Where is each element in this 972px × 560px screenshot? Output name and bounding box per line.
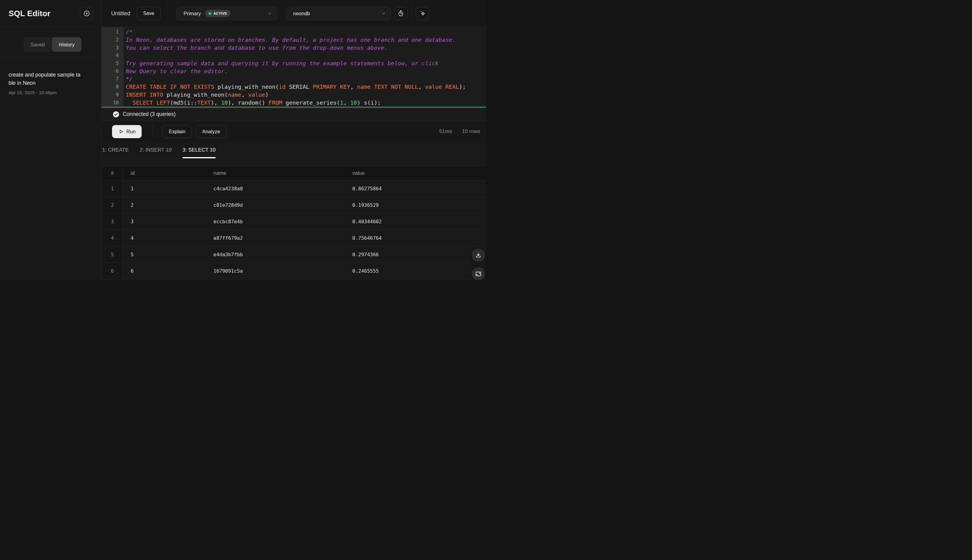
history-item-date: Apr 16, 2025 - 10:46pm (8, 90, 93, 95)
code-text: INSERT INTO playing_with_neon(name, valu… (124, 92, 269, 98)
expand-results-button[interactable] (472, 267, 485, 280)
tab-saved[interactable]: Saved (23, 37, 52, 52)
table-cell-value: 0.2465555 (345, 263, 486, 279)
download-results-button[interactable] (472, 248, 485, 262)
history-item-title: create and populate sample ta ble in Neo… (8, 71, 93, 87)
run-button[interactable]: Run (112, 125, 142, 138)
table-cell-index: 5 (102, 247, 123, 263)
table-cell-name: a87ff679a2 (206, 230, 345, 246)
code-text: Try generating sample data and querying … (124, 60, 439, 67)
query-duration: 51ms (439, 128, 452, 135)
line-number: 1 (102, 29, 124, 35)
stopwatch-icon (397, 10, 405, 17)
code-line-9: 9INSERT INTO playing_with_neon(name, val… (102, 91, 486, 99)
table-cell-index: 2 (102, 197, 123, 213)
new-query-button[interactable] (80, 7, 94, 20)
save-button[interactable]: Save (137, 7, 161, 20)
code-line-7: 7*/ (102, 75, 486, 83)
table-cell-name: eccbc87e4b (206, 213, 345, 230)
sidebar-tabs: Saved History (0, 27, 101, 58)
table-cell-id: 3 (123, 213, 206, 230)
code-text: */ (124, 76, 132, 82)
topbar-divider (412, 3, 412, 23)
table-body: 11c4ca4238a00.8627586422c81e728d9d0.1936… (102, 180, 486, 279)
connection-status-text: Connected (3 queries) (123, 111, 176, 117)
result-tabs: 1: CREATE2: INSERT 103: SELECT 10 (102, 142, 486, 158)
table-cell-id: 5 (123, 247, 206, 263)
topbar: Untitled Save Primary ACTIVE neondb (102, 0, 486, 27)
table-row: 44a87ff679a20.75646764 (102, 230, 486, 247)
code-line-4: 4 (102, 52, 486, 60)
table-cell-index: 3 (102, 213, 123, 230)
table-cell-value: 0.86275864 (345, 180, 486, 197)
branch-select[interactable]: Primary ACTIVE (176, 7, 277, 20)
line-number: 9 (102, 92, 124, 98)
line-number: 3 (102, 45, 124, 51)
code-line-2: 2In Neon, databases are stored on branch… (102, 36, 486, 44)
database-select[interactable]: neondb (286, 7, 391, 20)
code-area: 1/*2In Neon, databases are stored on bra… (102, 28, 486, 107)
line-number: 4 (102, 52, 124, 58)
line-number: 10 (102, 100, 124, 105)
table-row: 11c4ca4238a00.86275864 (102, 180, 486, 197)
explain-button[interactable]: Explain (162, 125, 192, 138)
analyze-button[interactable]: Analyze (196, 125, 226, 138)
table-cell-value: 0.1936529 (345, 197, 486, 213)
table-cell-value: 0.2974366 (345, 247, 486, 263)
header-cell-index: # (102, 166, 123, 180)
plus-circle-icon (83, 10, 90, 17)
topbar-divider (167, 0, 168, 27)
table-cell-index: 1 (102, 180, 123, 197)
action-toolbar: Run Explain Analyze 51ms 10 rows (102, 121, 486, 142)
history-item[interactable]: create and populate sample ta ble in Neo… (0, 58, 101, 95)
table-row: 55e4da3b7fbb0.2974366 (102, 247, 486, 263)
line-number: 2 (102, 37, 124, 43)
check-circle-icon (113, 111, 119, 118)
table-row: 661679091c5a0.2465555 (102, 263, 486, 279)
table-cell-name: 1679091c5a (206, 263, 345, 279)
table-cell-index: 6 (102, 263, 123, 279)
table-cell-id: 2 (123, 197, 206, 213)
header-cell-value: value (345, 166, 486, 180)
sidebar-header: SQL Editor (0, 0, 101, 27)
line-number: 5 (102, 60, 124, 66)
code-text: SELECT LEFT(md5(i::TEXT), 10), random() … (124, 100, 381, 106)
result-tab-1[interactable]: 1: CREATE (102, 142, 129, 158)
run-label: Run (126, 129, 136, 135)
line-number: 6 (102, 68, 124, 74)
results-panel: # id name value 11c4ca4238a00.8627586422… (102, 158, 486, 280)
tab-history[interactable]: History (52, 37, 82, 52)
page-title: SQL Editor (8, 9, 50, 18)
ai-assist-button[interactable] (416, 7, 429, 20)
result-tab-2[interactable]: 2: INSERT 10 (140, 142, 172, 158)
results-table: # id name value 11c4ca4238a00.8627586422… (102, 166, 486, 279)
branch-status-badge: ACTIVE (205, 10, 231, 17)
result-tab-3[interactable]: 3: SELECT 10 (182, 142, 216, 158)
query-history-button[interactable] (394, 7, 408, 20)
table-row: 22c81e728d9d0.1936529 (102, 197, 486, 213)
code-text: In Neon, databases are stored on branche… (124, 37, 455, 43)
code-line-3: 3You can select the branch and database … (102, 43, 486, 52)
table-row: 33eccbc87e4b0.40344602 (102, 213, 486, 230)
code-line-8: 8CREATE TABLE IF NOT EXISTS playing_with… (102, 83, 486, 91)
table-cell-value: 0.40344602 (345, 213, 486, 230)
table-cell-index: 4 (102, 230, 123, 246)
code-text: CREATE TABLE IF NOT EXISTS playing_with_… (124, 83, 466, 90)
saved-history-toggle: Saved History (23, 37, 82, 52)
connection-status: Connected (3 queries) (102, 108, 486, 121)
code-line-10: 10 SELECT LEFT(md5(i::TEXT), 10), random… (102, 98, 486, 107)
code-text: /* (124, 29, 132, 35)
sql-editor[interactable]: 1/*2In Neon, databases are stored on bra… (102, 27, 486, 107)
sidebar: SQL Editor Saved History create and popu… (0, 0, 102, 280)
code-line-5: 5Try generating sample data and querying… (102, 60, 486, 67)
status-dot (209, 12, 211, 15)
code-line-6: 6New Query to clear the editor. (102, 67, 486, 75)
chevron-down-icon (381, 11, 386, 16)
header-cell-id: id (123, 166, 206, 180)
header-cell-name: name (206, 166, 345, 180)
main-panel: Untitled Save Primary ACTIVE neondb (102, 0, 486, 280)
chevron-down-icon (268, 11, 272, 16)
line-number: 7 (102, 76, 124, 82)
table-cell-value: 0.75646764 (345, 230, 486, 246)
table-header: # id name value (102, 166, 486, 180)
